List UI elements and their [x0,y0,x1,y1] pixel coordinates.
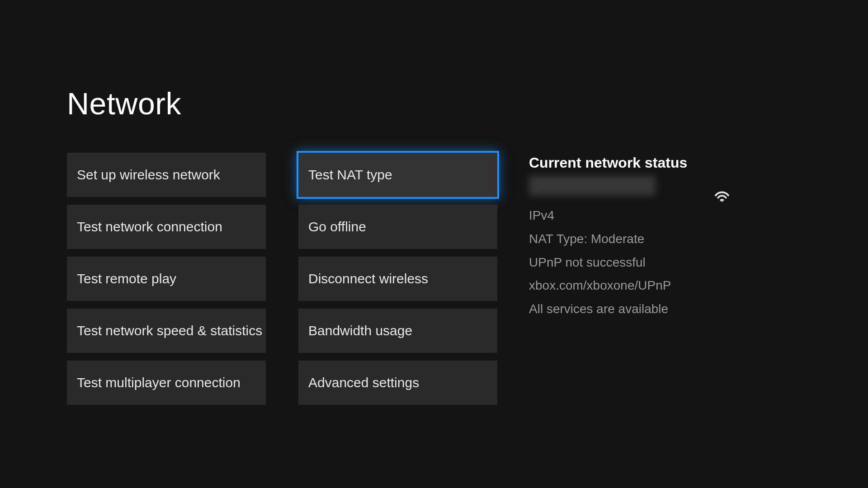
tile-test-network-connection[interactable]: Test network connection [67,205,266,249]
status-heading: Current network status [529,155,741,171]
tile-disconnect-wireless[interactable]: Disconnect wireless [298,257,497,301]
tile-bandwidth-usage[interactable]: Bandwidth usage [298,309,497,353]
network-status-panel: Current network status IPv4 NAT Type: Mo… [529,155,741,321]
status-line-upnp-url: xbox.com/xboxone/UPnP [529,274,741,297]
options-column-right: Test NAT type Go offline Disconnect wire… [298,153,497,405]
status-line-services: All services are available [529,297,741,321]
tile-test-multiplayer-connection[interactable]: Test multiplayer connection [67,361,266,405]
status-line-ipv4: IPv4 [529,204,741,227]
status-line-upnp: UPnP not successful [529,251,741,274]
tile-test-remote-play[interactable]: Test remote play [67,257,266,301]
page-title: Network [67,86,181,121]
status-line-nat-type: NAT Type: Moderate [529,227,741,251]
wifi-icon [712,184,731,203]
options-grid: Set up wireless network Test network con… [67,153,497,405]
tile-test-network-speed-statistics[interactable]: Test network speed & statistics [67,309,266,353]
options-column-left: Set up wireless network Test network con… [67,153,266,405]
tile-test-nat-type[interactable]: Test NAT type [298,153,497,197]
tile-advanced-settings[interactable]: Advanced settings [298,361,497,405]
tile-go-offline[interactable]: Go offline [298,205,497,249]
tile-set-up-wireless-network[interactable]: Set up wireless network [67,153,266,197]
status-network-name-obscured [529,176,656,196]
svg-point-0 [722,201,723,202]
